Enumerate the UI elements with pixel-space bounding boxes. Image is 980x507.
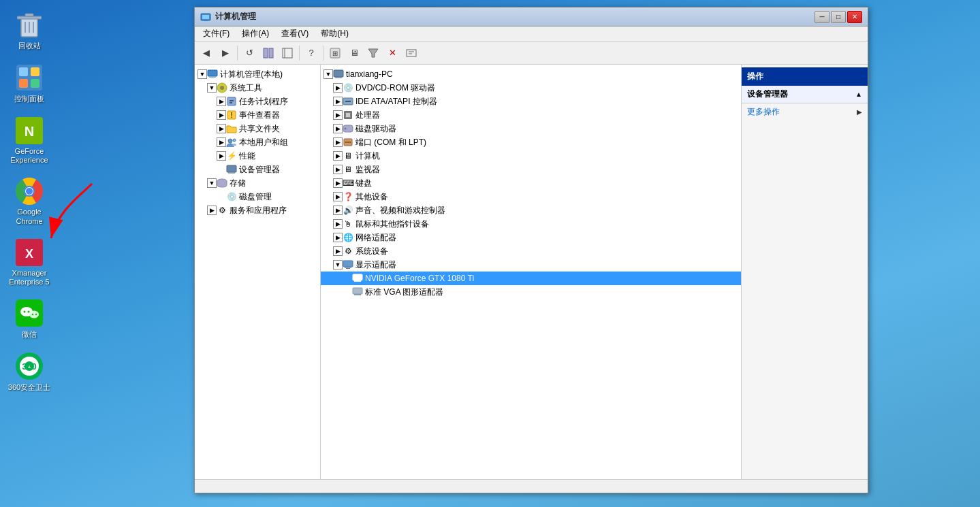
close-button[interactable]: ✕ [847, 11, 862, 23]
right-expand-icon[interactable]: ▲ [855, 91, 862, 98]
tree-expand-sysdev[interactable]: ▶ [333, 246, 343, 256]
close-tb-button[interactable]: ✕ [383, 44, 401, 62]
tree-expand-perf[interactable]: ▶ [217, 151, 226, 161]
minimize-button[interactable]: ─ [815, 11, 829, 23]
tree-item-storage[interactable]: ▼ 存储 [195, 176, 320, 190]
filter-button[interactable] [364, 44, 382, 62]
tree-item-nvidia[interactable]: NVIDIA GeForce GTX 1080 Ti [321, 272, 741, 285]
tree-expand-services[interactable]: ▶ [207, 206, 217, 215]
tree-item-device-manager[interactable]: 设备管理器 [195, 163, 320, 176]
event-label: 事件查看器 [239, 110, 280, 121]
refresh-button[interactable]: ↺ [240, 44, 258, 62]
tree-item-disk-mgmt[interactable]: 💿 磁盘管理 [195, 190, 320, 203]
right-section-title: 操作 [747, 71, 763, 82]
tree-expand-ide[interactable]: ▶ [333, 97, 343, 106]
tree-expand-shared[interactable]: ▶ [217, 124, 226, 133]
tree-item-task-scheduler[interactable]: ▶ 任务计划程序 [195, 95, 320, 108]
menu-view[interactable]: 查看(V) [276, 27, 314, 41]
svg-rect-76 [354, 280, 361, 282]
svg-rect-78 [354, 294, 361, 295]
tree-item-keyboard[interactable]: ▶ ⌨ 键盘 [321, 176, 741, 190]
properties-button[interactable] [402, 44, 420, 62]
computer-button[interactable]: 🖥 [345, 44, 363, 62]
shared-label: 共享文件夹 [239, 123, 280, 135]
desktop-icon-xmanager[interactable]: X Xmanager Enterprise 5 [5, 238, 53, 287]
ide-icon [343, 96, 353, 107]
tree-item-disk-drives[interactable]: ▶ 磁盘驱动器 [321, 122, 741, 135]
tree-item-services[interactable]: ▶ ⚙ 服务和应用程序 [195, 203, 320, 217]
desktop-icon-wechat[interactable]: 微信 [5, 299, 53, 340]
xmanager-icon: X [15, 238, 44, 267]
svg-point-49 [220, 86, 224, 90]
tree-item-event-viewer[interactable]: ▶ ! 事件查看器 [195, 108, 320, 122]
tree-expand-ports[interactable]: ▶ [333, 137, 343, 147]
task-icon [226, 96, 237, 107]
menu-file[interactable]: 文件(F) [197, 27, 235, 41]
tree-item-system-devices[interactable]: ▶ ⚙ 系统设备 [321, 244, 741, 258]
tree-expand-disk[interactable]: ▶ [333, 124, 343, 133]
svg-rect-10 [31, 79, 39, 88]
show-hide-button[interactable] [259, 44, 277, 62]
toolbar-sep-1 [237, 46, 238, 61]
tree-expand-mouse[interactable]: ▶ [333, 219, 343, 229]
tree-expand-pc[interactable]: ▼ [323, 69, 333, 79]
tree-expand-computer[interactable]: ▶ [333, 151, 343, 161]
tree-item-performance[interactable]: ▶ ⚡ 性能 [195, 149, 320, 163]
desktop-icon-control-panel[interactable]: 控制面板 [5, 63, 53, 104]
menu-help[interactable]: 帮助(H) [315, 27, 354, 41]
tree-item-dvd[interactable]: ▶ 💿 DVD/CD-ROM 驱动器 [321, 81, 741, 95]
tree-item-network[interactable]: ▶ 🌐 网络适配器 [321, 231, 741, 244]
tree-item-sound[interactable]: ▶ 🔊 声音、视频和游戏控制器 [321, 203, 741, 217]
tree-button[interactable] [279, 44, 296, 62]
tree-item-processors[interactable]: ▶ 处理器 [321, 108, 741, 122]
tree-expand-keyboard[interactable]: ▶ [333, 178, 343, 188]
tree-item-system-tools[interactable]: ▼ 系统工具 [195, 81, 320, 95]
monitor-icon: 🖥 [343, 164, 353, 175]
forward-button[interactable]: ▶ [217, 44, 234, 62]
tree-item-mouse[interactable]: ▶ 🖱 鼠标和其他指针设备 [321, 217, 741, 231]
tree-item-ports[interactable]: ▶ 端口 (COM 和 LPT) [321, 135, 741, 149]
tree-item-computer[interactable]: ▶ 🖥 计算机 [321, 149, 741, 163]
tree-item-local-users[interactable]: ▶ 本地用户和组 [195, 135, 320, 149]
proc-icon [343, 110, 353, 120]
tree-expand-users[interactable]: ▶ [217, 137, 226, 147]
tree-expand-dvd[interactable]: ▶ [333, 83, 343, 93]
tree-expand-root[interactable]: ▼ [197, 69, 207, 79]
tree-expand-storage[interactable]: ▼ [207, 178, 217, 188]
tree-item-pc-root[interactable]: ▼ tianxiang-PC [321, 67, 741, 81]
tree-expand-proc[interactable]: ▶ [333, 110, 343, 120]
tree-expand-display[interactable]: ▼ [333, 260, 343, 269]
export-button[interactable]: ⊞ [326, 44, 344, 62]
svg-point-69 [345, 142, 347, 143]
ports-label: 端口 (COM 和 LPT) [355, 137, 426, 148]
menu-action[interactable]: 操作(A) [236, 27, 274, 41]
tree-item-computer-mgmt[interactable]: ▼ 计算机管理(本地) [195, 67, 320, 81]
more-actions-label: 更多操作 [747, 106, 780, 118]
desktop-icon-chrome[interactable]: Google Chrome [5, 177, 53, 225]
maximize-button[interactable]: □ [831, 11, 846, 23]
help-button[interactable]: ? [302, 44, 320, 62]
recycle-icon [15, 10, 44, 39]
tree-item-ide[interactable]: ▶ IDE ATA/ATAPI 控制器 [321, 95, 741, 108]
control-panel-icon [15, 63, 44, 92]
tree-expand-network[interactable]: ▶ [333, 233, 343, 242]
tree-expand-monitors[interactable]: ▶ [333, 165, 343, 174]
tree-expand-system-tools[interactable]: ▼ [207, 83, 217, 93]
tree-item-monitors[interactable]: ▶ 🖥 监视器 [321, 163, 741, 176]
desktop-icon-recycle[interactable]: 回收站 [5, 10, 53, 51]
desktop-icon-geforce[interactable]: N GeForce Experience [5, 116, 53, 165]
svg-rect-75 [353, 274, 362, 280]
tree-item-display-adapters[interactable]: ▼ 显示适配器 [321, 258, 741, 272]
tree-item-vga[interactable]: 标准 VGA 图形适配器 [321, 285, 741, 299]
tree-expand-task[interactable]: ▶ [217, 97, 226, 106]
computer-label: 计算机 [355, 150, 380, 162]
desktop-icon-360[interactable]: 360 + 360安全卫士 [5, 352, 53, 393]
tree-expand-other[interactable]: ▶ [333, 192, 343, 201]
right-action-more[interactable]: 更多操作 ▶ [742, 103, 868, 120]
back-button[interactable]: ◀ [197, 44, 215, 62]
tree-item-other-devices[interactable]: ▶ ❓ 其他设备 [321, 190, 741, 203]
tree-expand-sound[interactable]: ▶ [333, 206, 343, 215]
tree-item-shared-folders[interactable]: ▶ 共享文件夹 [195, 122, 320, 135]
chrome-icon [15, 177, 44, 206]
tree-expand-event[interactable]: ▶ [217, 110, 226, 120]
